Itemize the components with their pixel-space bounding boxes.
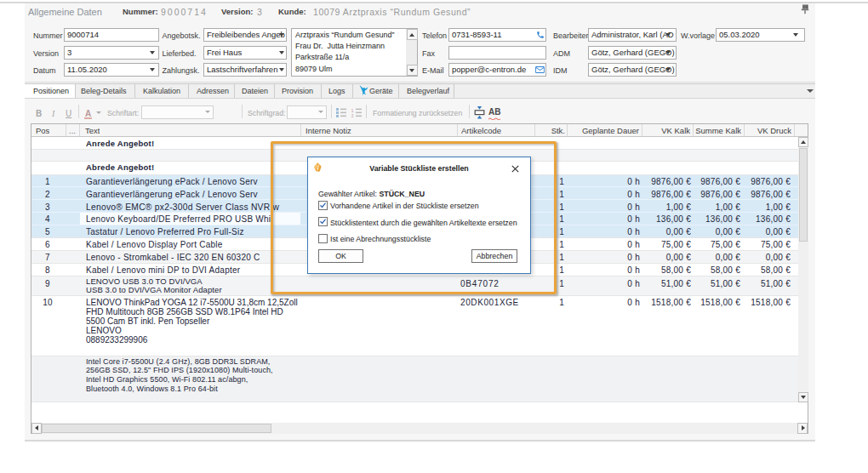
svg-text:2: 2 [351, 112, 354, 117]
